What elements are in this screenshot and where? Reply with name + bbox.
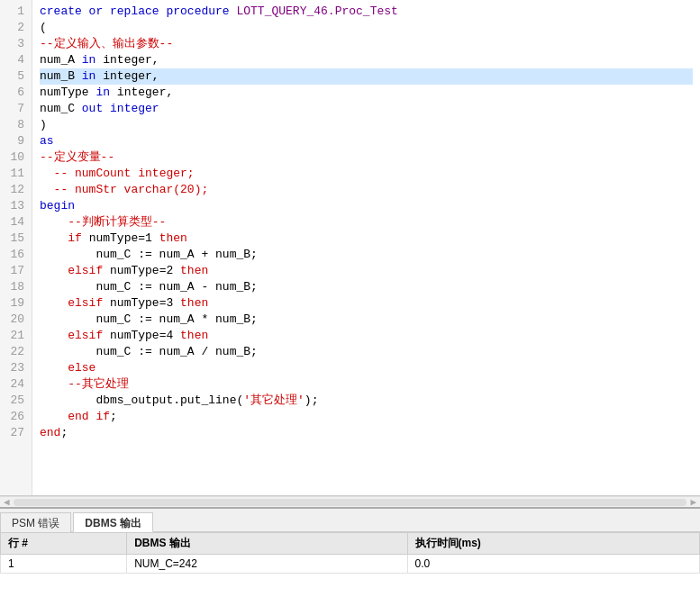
code-line: elsif numType=4 then — [40, 328, 693, 344]
line-number: 13 — [0, 198, 32, 214]
token-kw: as — [40, 134, 54, 148]
cell-exec-time: 0.0 — [407, 555, 699, 574]
cell-row-num: 1 — [1, 555, 127, 574]
token-normal: integer, — [95, 53, 159, 67]
token-kw2: end if — [68, 410, 110, 423]
token-normal: num_C — [40, 102, 82, 115]
col-header-dbms-output-col: DBMS 输出 — [127, 533, 407, 555]
tabs-bar: PSM 错误DBMS 输出 — [0, 509, 700, 532]
token-normal — [40, 264, 68, 277]
code-content[interactable]: create or replace procedure LOTT_QUERY_4… — [32, 0, 700, 495]
token-kw: in — [82, 53, 96, 67]
line-number: 26 — [0, 409, 32, 425]
code-line: num_C out integer — [40, 101, 693, 117]
token-normal: integer, — [110, 86, 173, 99]
token-comment: --判断计算类型-- — [68, 215, 166, 229]
line-number: 24 — [0, 376, 32, 393]
token-kw: in — [82, 69, 96, 83]
token-kw2: end — [40, 426, 60, 439]
code-line: num_C := num_A * num_B; — [40, 312, 693, 328]
code-line: begin — [40, 198, 693, 214]
line-number: 19 — [0, 295, 32, 312]
token-kw: in — [95, 86, 110, 99]
code-line: -- numCount integer; — [40, 166, 693, 182]
line-number: 20 — [0, 312, 32, 328]
token-normal: integer, — [95, 69, 159, 83]
token-kw2: elsif — [68, 329, 103, 342]
line-number: 25 — [0, 393, 32, 409]
token-kw: integer — [110, 102, 159, 115]
token-normal: ) — [40, 118, 47, 131]
token-normal — [40, 215, 68, 229]
line-number: 8 — [0, 117, 32, 133]
code-line: --定义变量-- — [40, 149, 693, 166]
token-kw2: then — [180, 264, 208, 277]
line-number: 17 — [0, 263, 32, 279]
results-table: 行 #DBMS 输出执行时间(ms)1NUM_C=2420.0 — [0, 532, 700, 606]
code-line: num_C := num_A - num_B; — [40, 279, 693, 295]
token-normal: ( — [40, 21, 47, 34]
code-line: -- numStr varchar(20); — [40, 182, 693, 198]
line-number: 10 — [0, 149, 32, 166]
token-normal: numType=3 — [103, 296, 180, 310]
token-normal: numType — [40, 86, 95, 99]
code-line: ) — [40, 117, 693, 133]
token-string: '其它处理' — [243, 393, 305, 407]
token-comment: -- numStr varchar(20); — [54, 183, 209, 196]
code-line: num_C := num_A / num_B; — [40, 344, 693, 360]
token-normal — [103, 102, 110, 115]
code-line: if numType=1 then — [40, 231, 693, 247]
cell-dbms-output: NUM_C=242 — [127, 555, 407, 574]
token-normal: num_C := num_A / num_B; — [40, 345, 258, 358]
token-kw2: then — [180, 296, 208, 310]
code-line: --判断计算类型-- — [40, 214, 693, 231]
tab-dbms-output[interactable]: DBMS 输出 — [73, 512, 153, 532]
token-normal — [40, 329, 68, 342]
table-row: 1NUM_C=2420.0 — [1, 555, 700, 574]
horizontal-scrollbar[interactable]: ◀ ▶ — [0, 496, 700, 507]
token-normal — [40, 361, 68, 375]
token-normal: num_C := num_A + num_B; — [40, 248, 258, 261]
line-number: 14 — [0, 214, 32, 231]
token-comment: --定义变量-- — [40, 150, 114, 164]
token-normal: numType=2 — [103, 264, 180, 277]
code-line: else — [40, 360, 693, 376]
code-line: end; — [40, 425, 693, 441]
token-normal — [40, 167, 54, 180]
code-line: end if; — [40, 409, 693, 425]
line-number: 11 — [0, 166, 32, 182]
line-number: 15 — [0, 231, 32, 247]
code-line: num_C := num_A + num_B; — [40, 247, 693, 263]
token-normal: num_A — [40, 53, 82, 67]
code-line: num_B in integer, — [40, 68, 693, 85]
line-number: 1 — [0, 4, 32, 20]
code-line: as — [40, 133, 693, 149]
line-number: 22 — [0, 344, 32, 360]
code-line: --定义输入、输出参数-- — [40, 36, 693, 52]
line-numbers: 1234567891011121314151617181920212223242… — [0, 0, 32, 495]
line-number: 5 — [0, 68, 32, 85]
code-line: create or replace procedure LOTT_QUERY_4… — [40, 4, 693, 20]
token-comment: --其它处理 — [68, 377, 129, 391]
token-kw2: else — [68, 361, 95, 375]
line-number: 7 — [0, 101, 32, 117]
token-normal: num_C := num_A * num_B; — [40, 312, 258, 326]
token-kw2: then — [159, 231, 187, 245]
token-normal — [40, 183, 54, 196]
tab-psm-errors[interactable]: PSM 错误 — [0, 512, 71, 532]
token-normal — [40, 410, 68, 423]
line-number: 3 — [0, 36, 32, 52]
col-header-exec-time: 执行时间(ms) — [407, 533, 699, 555]
token-normal — [40, 377, 68, 391]
code-line: num_A in integer, — [40, 52, 693, 68]
code-line: ( — [40, 20, 693, 36]
line-number: 6 — [0, 85, 32, 101]
token-comment: --定义输入、输出参数-- — [40, 37, 173, 50]
token-kw: out — [82, 102, 103, 115]
line-number: 27 — [0, 425, 32, 441]
code-line: elsif numType=3 then — [40, 295, 693, 312]
token-normal: num_C := num_A - num_B; — [40, 280, 258, 294]
line-number: 23 — [0, 360, 32, 376]
token-kw2: elsif — [68, 264, 103, 277]
line-number: 16 — [0, 247, 32, 263]
